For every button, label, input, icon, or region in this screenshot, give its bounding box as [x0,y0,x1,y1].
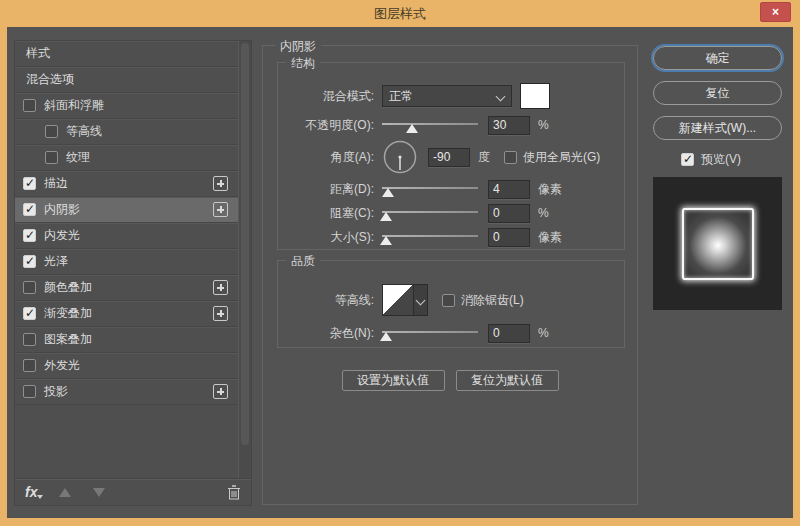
checkbox[interactable] [23,177,36,190]
plus-icon[interactable] [213,384,228,399]
plus-icon[interactable] [213,202,228,217]
sidebar-item-drop-shadow[interactable]: 投影 [15,379,238,405]
checkbox[interactable] [23,99,36,112]
choke-label: 阻塞(C): [278,205,374,222]
distance-unit: 像素 [538,181,562,198]
checkbox[interactable] [504,151,517,164]
opacity-input[interactable] [488,116,530,135]
plus-icon[interactable] [213,176,228,191]
use-global-light-label: 使用全局光(G) [523,149,600,166]
dialog-body: 样式 混合选项 斜面和浮雕 等高线 纹理 [7,27,793,518]
trash-icon[interactable] [227,485,241,503]
styles-sidebar: 样式 混合选项 斜面和浮雕 等高线 纹理 [14,40,252,506]
distance-label: 距离(D): [278,181,374,198]
distance-input[interactable] [488,180,530,199]
sidebar-toolbar: fx [15,478,251,505]
styles-list: 样式 混合选项 斜面和浮雕 等高线 纹理 [15,41,251,478]
checkbox[interactable] [23,307,36,320]
choke-slider[interactable] [382,203,478,223]
quality-group: 品质 等高线: 消除锯齿(L) 杂色(N): [277,260,625,348]
contour-label: 等高线: [278,292,374,309]
sidebar-item-pattern-overlay[interactable]: 图案叠加 [15,327,238,353]
opacity-slider[interactable] [382,115,478,135]
noise-label: 杂色(N): [278,325,374,342]
preview-checkbox-row[interactable]: 预览(V) [681,151,741,168]
sidebar-item-stroke[interactable]: 描边 [15,171,238,197]
use-global-light-checkbox[interactable]: 使用全局光(G) [504,149,600,166]
shadow-color-swatch[interactable] [520,83,550,109]
size-label: 大小(S): [278,229,374,246]
checkbox[interactable] [23,385,36,398]
fx-icon[interactable]: fx [25,484,37,500]
inner-shadow-panel: 内阴影 结构 混合模式: 正常 不透明度(O): [262,45,638,505]
sidebar-item-inner-shadow[interactable]: 内阴影 [15,197,238,223]
checkbox[interactable] [681,153,694,166]
checkbox[interactable] [45,151,58,164]
blend-mode-select[interactable]: 正常 [382,85,512,107]
sidebar-item-contour[interactable]: 等高线 [15,119,238,145]
anti-alias-checkbox[interactable]: 消除锯齿(L) [442,292,524,309]
contour-picker[interactable] [382,284,428,316]
checkbox[interactable] [23,203,36,216]
checkbox[interactable] [23,229,36,242]
angle-label: 角度(A): [278,149,374,166]
new-style-button[interactable]: 新建样式(W)... [653,116,782,140]
choke-input[interactable] [488,204,530,223]
sidebar-item-color-overlay[interactable]: 颜色叠加 [15,275,238,301]
ok-button[interactable]: 确定 [653,46,782,70]
checkbox[interactable] [45,125,58,138]
noise-slider[interactable] [382,323,478,343]
sidebar-item-outer-glow[interactable]: 外发光 [15,353,238,379]
choke-unit: % [538,206,549,220]
quality-title: 品质 [286,253,320,270]
panel-title: 内阴影 [275,38,321,55]
checkbox[interactable] [23,281,36,294]
preview-thumbnail [653,177,782,310]
chevron-down-icon[interactable] [413,285,427,315]
style-preview-square [682,208,754,280]
sidebar-item-blending-options[interactable]: 混合选项 [15,67,238,93]
checkbox[interactable] [442,294,455,307]
blend-mode-label: 混合模式: [278,88,374,105]
angle-dial[interactable] [382,139,418,175]
window-title: 图层样式 [0,5,800,23]
contour-thumbnail [383,285,413,315]
opacity-label: 不透明度(O): [278,117,374,134]
size-unit: 像素 [538,229,562,246]
structure-title: 结构 [286,55,320,72]
sidebar-item-inner-glow[interactable]: 内发光 [15,223,238,249]
distance-slider[interactable] [382,179,478,199]
checkbox[interactable] [23,255,36,268]
sidebar-item-bevel-emboss[interactable]: 斜面和浮雕 [15,93,238,119]
angle-unit: 度 [478,149,490,166]
sidebar-item-styles[interactable]: 样式 [15,41,238,67]
layer-style-dialog: 图层样式 × 样式 混合选项 斜面和浮雕 [0,0,800,526]
sidebar-item-gradient-overlay[interactable]: 渐变叠加 [15,301,238,327]
plus-icon[interactable] [213,306,228,321]
arrow-up-icon[interactable] [59,488,71,497]
chevron-down-icon [497,92,505,100]
noise-unit: % [538,326,549,340]
reset-default-button[interactable]: 复位为默认值 [456,370,559,391]
preview-label: 预览(V) [701,151,741,168]
angle-input[interactable] [428,148,470,167]
size-slider[interactable] [382,227,478,247]
anti-alias-label: 消除锯齿(L) [461,292,524,309]
reset-button[interactable]: 复位 [653,81,782,105]
sidebar-scrollbar[interactable] [238,41,251,478]
size-input[interactable] [488,228,530,247]
make-default-button[interactable]: 设置为默认值 [342,370,445,391]
checkbox[interactable] [23,333,36,346]
titlebar[interactable]: 图层样式 × [0,0,800,27]
checkbox[interactable] [23,359,36,372]
opacity-unit: % [538,118,549,132]
arrow-down-icon[interactable] [93,488,105,497]
close-icon[interactable]: × [760,2,791,22]
sidebar-item-texture[interactable]: 纹理 [15,145,238,171]
structure-group: 结构 混合模式: 正常 不透明度(O): % [277,62,625,250]
scrollbar-thumb[interactable] [241,43,249,445]
noise-input[interactable] [488,324,530,343]
sidebar-item-satin[interactable]: 光泽 [15,249,238,275]
plus-icon[interactable] [213,280,228,295]
